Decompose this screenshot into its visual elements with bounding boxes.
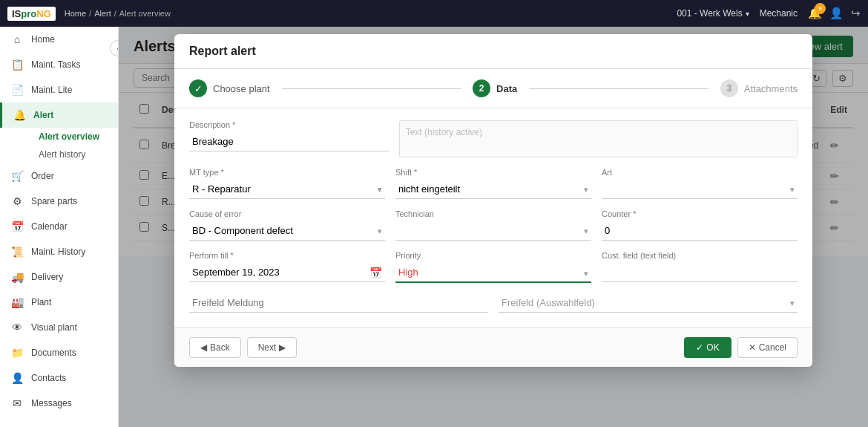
topbar-left: ISproNG Home / Alert / Alert overview bbox=[7, 7, 171, 21]
user-icon[interactable]: 👤 bbox=[829, 7, 844, 20]
freifeld-auswahl-select[interactable]: Freifeld (Auswahlfeld) bbox=[499, 293, 798, 313]
sidebar-item-maint-history[interactable]: 📜 Maint. History bbox=[0, 239, 118, 264]
next-button[interactable]: Next ▶ bbox=[247, 337, 297, 358]
step-divider-1 bbox=[282, 88, 461, 89]
sidebar-item-plant[interactable]: 🏭 Plant bbox=[0, 290, 118, 315]
sidebar-item-contacts[interactable]: 👤 Contacts bbox=[0, 365, 118, 391]
maint-history-icon: 📜 bbox=[10, 246, 24, 258]
ok-button[interactable]: ✓ OK bbox=[684, 337, 731, 358]
cause-label: Cause of error bbox=[189, 209, 385, 218]
step-divider-2 bbox=[529, 88, 708, 89]
back-button[interactable]: ◀ Back bbox=[189, 337, 241, 358]
form-row-2: MT type * R - Reparatur ▾ Shift * bbox=[189, 168, 798, 199]
cause-select[interactable]: BD - Component defect bbox=[189, 221, 385, 241]
form-group-technician: Technician ▾ bbox=[395, 209, 591, 241]
sidebar-item-visual-plant[interactable]: 👁 Visual plant bbox=[0, 315, 118, 340]
form-group-priority: Priority High Medium Low ▾ bbox=[395, 251, 591, 283]
technician-label: Technician bbox=[395, 209, 591, 218]
footer-actions: ✓ OK ✕ Cancel bbox=[684, 337, 798, 358]
sidebar-item-maint-tasks[interactable]: 📋 Maint. Tasks bbox=[0, 52, 118, 77]
modal-header: Report alert bbox=[174, 34, 812, 69]
sidebar-subitem-alert-overview[interactable]: Alert overview bbox=[31, 128, 118, 146]
form-group-cause: Cause of error BD - Component defect ▾ bbox=[189, 209, 385, 241]
maint-tasks-icon: 📋 bbox=[10, 59, 24, 71]
shift-select[interactable]: nicht eingeteilt bbox=[395, 180, 591, 199]
content-area: Alerts + New alert 🗑 Delete Records per … bbox=[119, 27, 868, 427]
sidebar-item-order[interactable]: 🛒 Order bbox=[0, 163, 118, 189]
step-2-circle: 2 bbox=[473, 79, 490, 97]
topbar-icons: 🔔 9 👤 ↪ bbox=[808, 7, 861, 20]
wizard-step-1[interactable]: ✓ Choose plant bbox=[189, 79, 270, 97]
wizard-step-2[interactable]: 2 Data bbox=[473, 79, 517, 97]
modal-footer: ◀ Back Next ▶ ✓ OK bbox=[174, 327, 812, 367]
text-history-area[interactable]: Text (history active) bbox=[399, 120, 798, 157]
perform-till-input[interactable] bbox=[189, 263, 385, 282]
wizard-steps: ✓ Choose plant 2 Data 3 Attachments bbox=[174, 69, 812, 108]
sidebar-item-label: Maint. Tasks bbox=[31, 59, 80, 70]
sidebar-item-calendar[interactable]: 📅 Calendar bbox=[0, 214, 118, 239]
art-label: Art bbox=[602, 168, 798, 177]
description-input[interactable] bbox=[189, 132, 389, 151]
sidebar-item-label: Maint. History bbox=[31, 247, 85, 257]
sidebar-item-label: Maint. Lite bbox=[31, 85, 72, 95]
sidebar-item-label: Messages bbox=[31, 398, 72, 408]
sidebar-item-label: Delivery bbox=[31, 272, 63, 282]
delivery-icon: 🚚 bbox=[10, 271, 24, 283]
sidebar-item-label: Spare parts bbox=[31, 196, 77, 206]
modal-overlay: Report alert ✓ Choose plant 2 Data bbox=[119, 27, 868, 427]
sidebar-item-delivery[interactable]: 🚚 Delivery bbox=[0, 264, 118, 290]
form-group-text-history: Text (history active) bbox=[399, 120, 798, 157]
step-1-circle: ✓ bbox=[189, 79, 207, 97]
sidebar-item-spare-parts[interactable]: ⚙ Spare parts bbox=[0, 189, 118, 214]
sidebar-alert-submenu: Alert overview Alert history bbox=[0, 128, 118, 163]
contacts-icon: 👤 bbox=[10, 372, 24, 384]
form-group-shift: Shift * nicht eingeteilt ▾ bbox=[395, 168, 591, 199]
calendar-icon[interactable]: 📅 bbox=[369, 267, 382, 278]
form-row-1: Description * Text (history active) bbox=[189, 120, 798, 157]
form-group-freifeld-meldung bbox=[189, 293, 488, 313]
back-arrow-icon: ◀ bbox=[200, 342, 207, 353]
counter-input[interactable] bbox=[602, 221, 798, 241]
logout-icon[interactable]: ↪ bbox=[851, 7, 861, 20]
mt-type-select[interactable]: R - Reparatur bbox=[189, 180, 385, 199]
chevron-down-icon: ▾ bbox=[746, 10, 749, 18]
documents-icon: 📁 bbox=[10, 347, 24, 359]
sidebar-item-label: Alert bbox=[33, 110, 53, 120]
priority-label: Priority bbox=[395, 251, 591, 260]
form-group-mt-type: MT type * R - Reparatur ▾ bbox=[189, 168, 385, 199]
check-icon: ✓ bbox=[696, 342, 703, 353]
form-group-perform-till: Perform till * 📅 bbox=[189, 251, 385, 283]
visual-plant-icon: 👁 bbox=[10, 322, 24, 333]
freifeld-meldung-input[interactable] bbox=[189, 293, 488, 313]
alert-icon: 🔔 bbox=[13, 109, 26, 121]
step-2-label: Data bbox=[496, 83, 517, 94]
main-layout: ‹ ⌂ Home 📋 Maint. Tasks 📄 Maint. Lite 🔔 … bbox=[0, 27, 868, 427]
art-select[interactable] bbox=[602, 180, 798, 199]
priority-select[interactable]: High Medium Low bbox=[395, 263, 591, 283]
sidebar-item-label: Order bbox=[31, 171, 54, 181]
modal-title: Report alert bbox=[189, 45, 256, 57]
logo: ISproNG bbox=[7, 7, 56, 21]
sidebar-item-label: Documents bbox=[31, 348, 76, 358]
form-group-description: Description * bbox=[189, 120, 389, 157]
sidebar-subitem-alert-history[interactable]: Alert history bbox=[31, 146, 118, 163]
maint-lite-icon: 📄 bbox=[10, 84, 24, 96]
form-row-4: Perform till * 📅 Priority High bbox=[189, 251, 798, 283]
wizard-step-3[interactable]: 3 Attachments bbox=[720, 79, 798, 97]
cust-field-input[interactable] bbox=[602, 263, 798, 282]
plant-selector[interactable]: 001 - Werk Wels ▾ bbox=[677, 8, 749, 19]
notification-icon[interactable]: 🔔 9 bbox=[808, 7, 822, 20]
sidebar-item-alert[interactable]: 🔔 Alert bbox=[0, 102, 118, 128]
messages-icon: ✉ bbox=[10, 397, 24, 409]
sidebar-item-documents[interactable]: 📁 Documents bbox=[0, 340, 118, 365]
cancel-button[interactable]: ✕ Cancel bbox=[737, 337, 798, 358]
role-label: Mechanic bbox=[760, 8, 798, 19]
home-icon: ⌂ bbox=[10, 33, 24, 45]
sidebar-item-home[interactable]: ⌂ Home bbox=[0, 27, 118, 52]
form-group-art: Art ▾ bbox=[602, 168, 798, 199]
sidebar-item-maint-lite[interactable]: 📄 Maint. Lite bbox=[0, 77, 118, 102]
form-group-freifeld-auswahl: Freifeld (Auswahlfeld) ▾ bbox=[499, 293, 798, 313]
technician-select[interactable] bbox=[395, 221, 591, 241]
sidebar-item-messages[interactable]: ✉ Messages bbox=[0, 391, 118, 416]
modal-body: Description * Text (history active) MT bbox=[174, 108, 812, 327]
